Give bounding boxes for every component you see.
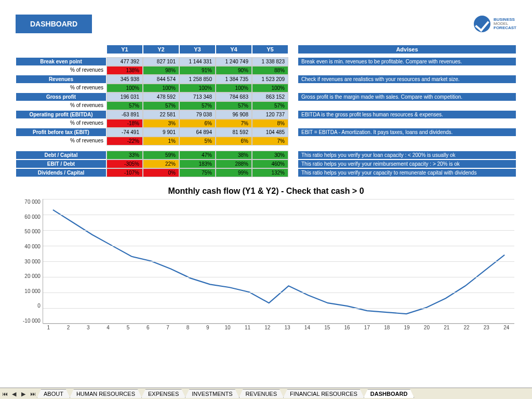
- advice-cell: This ratio helps you verify your loan ca…: [298, 151, 516, 159]
- sheet-tab-revenues[interactable]: REVENUES: [239, 389, 284, 398]
- x-tick: 5: [118, 325, 138, 330]
- x-tick: 17: [357, 325, 377, 330]
- pct-cell: 100%: [216, 84, 252, 92]
- pct-cell: 57%: [107, 101, 143, 110]
- pct-cell: 7%: [216, 119, 252, 128]
- ratio-cell: 59%: [143, 151, 179, 159]
- pct-cell: 57%: [179, 101, 216, 110]
- sheet-tab-about[interactable]: ABOUT: [37, 389, 70, 398]
- col-header-Y2: Y2: [143, 45, 179, 54]
- kpi-cell: 9 901: [143, 128, 179, 137]
- ratio-cell: 22%: [143, 159, 179, 168]
- x-tick: 3: [78, 325, 98, 330]
- y-tick: 20 000: [23, 273, 41, 279]
- row-label: Gross profit: [16, 92, 107, 101]
- pct-cell: 7%: [252, 137, 288, 145]
- kpi-grid: Y1Y2Y3Y4Y5AdvisesBreak even point477 392…: [16, 45, 516, 177]
- kpi-cell: 120 737: [252, 110, 288, 119]
- x-tick: 1: [38, 325, 58, 330]
- kpi-cell: 104 485: [252, 128, 288, 137]
- x-tick: 9: [198, 325, 218, 330]
- ratio-cell: 38%: [216, 151, 252, 159]
- advice-cell: This ratio helps you verify your reimbur…: [298, 159, 516, 168]
- x-tick: 23: [476, 325, 496, 330]
- pct-cell: 100%: [252, 84, 288, 92]
- tab-nav-next-icon[interactable]: ▶: [19, 390, 28, 398]
- kpi-cell: 1 523 209: [252, 75, 288, 84]
- sheet-tab-financial-resources[interactable]: FINANCIAL RESOURCES: [283, 389, 364, 398]
- kpi-cell: 79 038: [179, 110, 216, 119]
- pct-cell: 98%: [143, 66, 179, 75]
- x-tick: 15: [317, 325, 337, 330]
- kpi-cell: 1 258 850: [179, 75, 216, 84]
- chart-title: Monthly cash flow (Y1 & Y2) - Check that…: [16, 187, 516, 196]
- kpi-cell: 345 938: [107, 75, 143, 84]
- advice-cell: EBITDA is the gross profit less human re…: [298, 110, 516, 119]
- col-header-Y4: Y4: [216, 45, 252, 54]
- kpi-cell: 477 392: [107, 57, 143, 66]
- tab-nav-first-icon[interactable]: ⏮: [1, 390, 9, 398]
- y-tick: 50 000: [23, 229, 41, 234]
- advice-cell: This ratio helps you verify your capacit…: [298, 168, 516, 177]
- pct-label: % of revenues: [16, 119, 107, 128]
- ratio-cell: 47%: [179, 151, 216, 159]
- y-tick: 40 000: [23, 244, 41, 249]
- pct-cell: 6%: [216, 137, 252, 145]
- x-tick: 6: [138, 325, 158, 330]
- brand-logo: BUSINESS MODEL FORECAST: [474, 16, 516, 32]
- y-tick: 0: [23, 303, 41, 309]
- ratio-cell: -305%: [107, 159, 143, 168]
- col-header-Y5: Y5: [252, 45, 288, 54]
- x-tick: 16: [337, 325, 357, 330]
- tab-nav-prev-icon[interactable]: ◀: [10, 390, 18, 398]
- row-label: Revenues: [16, 75, 107, 84]
- kpi-cell: 81 592: [216, 128, 252, 137]
- x-tick: 8: [178, 325, 197, 330]
- x-tick: 24: [497, 325, 516, 330]
- pct-label: % of revenues: [16, 137, 107, 145]
- y-tick: 70 000: [23, 199, 41, 205]
- sheet-tab-expenses[interactable]: EXPENSES: [141, 389, 185, 398]
- sheet-tab-investments[interactable]: INVESTMENTS: [185, 389, 239, 398]
- blank: [16, 45, 107, 54]
- x-tick: 10: [218, 325, 237, 330]
- kpi-cell: 844 574: [143, 75, 179, 84]
- pct-cell: -18%: [107, 119, 143, 128]
- pct-label: % of revenues: [16, 101, 107, 110]
- kpi-cell: 96 908: [216, 110, 252, 119]
- x-tick: 7: [158, 325, 178, 330]
- ratio-cell: 30%: [252, 151, 288, 159]
- pct-cell: 57%: [216, 101, 252, 110]
- y-tick: 60 000: [23, 214, 41, 220]
- kpi-cell: 863 152: [252, 92, 288, 101]
- ratio-label: Debt / Capital: [16, 151, 107, 159]
- ratio-cell: 0%: [143, 168, 179, 177]
- row-label: Break even point: [16, 57, 107, 66]
- blank: [288, 45, 298, 54]
- pct-cell: 100%: [179, 84, 216, 92]
- x-tick: 18: [377, 325, 397, 330]
- pct-cell: 88%: [252, 66, 288, 75]
- sheet-tab-human-resources[interactable]: HUMAN RESOURCES: [70, 389, 142, 398]
- x-tick: 20: [417, 325, 436, 330]
- kpi-cell: 1 144 331: [179, 57, 216, 66]
- row-label: Profit before tax (EBIT): [16, 128, 107, 137]
- ratio-cell: -107%: [107, 168, 143, 177]
- advises-header: Advises: [298, 45, 516, 54]
- logo-icon: [474, 16, 490, 32]
- tab-nav-last-icon[interactable]: ⏭: [29, 390, 37, 398]
- col-header-Y3: Y3: [179, 45, 216, 54]
- kpi-cell: 22 581: [143, 110, 179, 119]
- kpi-cell: 827 101: [143, 57, 179, 66]
- advice-cell: Check if revenues are realistics with yo…: [298, 75, 516, 84]
- ratio-cell: 132%: [252, 168, 288, 177]
- kpi-cell: 713 348: [179, 92, 216, 101]
- pct-cell: 90%: [216, 66, 252, 75]
- pct-cell: 91%: [179, 66, 216, 75]
- sheet-tab-dashboard[interactable]: DASHBOARD: [364, 389, 415, 398]
- pct-cell: 3%: [143, 119, 179, 128]
- ratio-cell: 183%: [179, 159, 216, 168]
- ratio-cell: 288%: [216, 159, 252, 168]
- pct-cell: 100%: [107, 84, 143, 92]
- page-title: DASHBOARD: [16, 15, 92, 33]
